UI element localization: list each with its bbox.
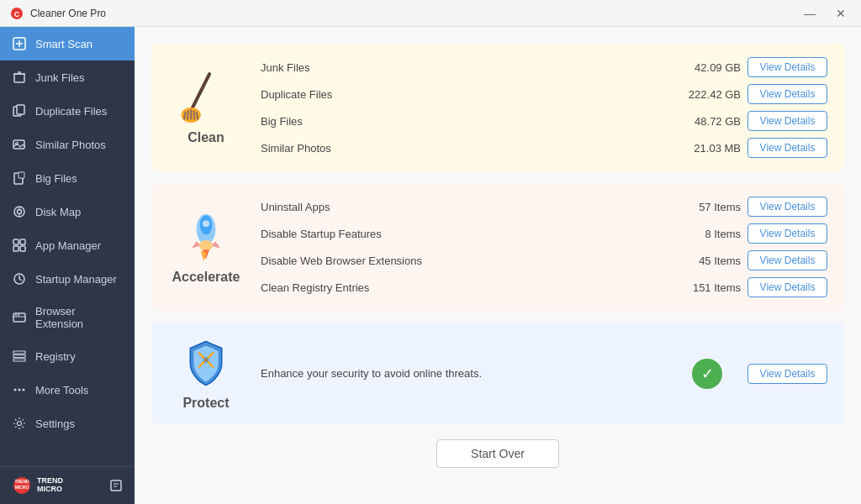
title-bar: C Cleaner One Pro — ✕ xyxy=(0,0,861,27)
browser-extension-icon xyxy=(12,310,27,325)
close-button[interactable]: ✕ xyxy=(831,5,851,22)
app-icon: C xyxy=(10,7,24,20)
view-details-button[interactable]: View Details xyxy=(747,138,827,158)
svg-line-49 xyxy=(193,110,194,119)
table-row: Big Files 48.72 GB View Details xyxy=(261,111,827,131)
sidebar-item-similar-photos[interactable]: Similar Photos xyxy=(0,128,135,161)
smart-scan-icon xyxy=(12,36,27,51)
main-content: Clean Junk Files 42.09 GB View Details D… xyxy=(135,27,861,504)
sidebar-item-big-files[interactable]: Big Files xyxy=(0,161,135,195)
view-details-button[interactable]: View Details xyxy=(747,57,827,77)
view-details-button[interactable]: View Details xyxy=(747,84,827,104)
table-row: Similar Photos 21.03 MB View Details xyxy=(261,138,827,158)
settings-icon xyxy=(12,416,27,431)
svg-point-34 xyxy=(14,389,17,391)
svg-rect-26 xyxy=(13,313,25,322)
svg-point-35 xyxy=(23,389,25,391)
sidebar-item-junk-files[interactable]: Junk Files xyxy=(0,60,135,94)
sidebar-label-disk-map: Disk Map xyxy=(35,206,81,218)
svg-rect-22 xyxy=(20,246,25,251)
more-tools-icon xyxy=(12,382,27,397)
svg-point-61 xyxy=(203,357,209,363)
row-value: 45 Items xyxy=(665,255,741,267)
svg-rect-40 xyxy=(111,480,121,491)
sidebar-item-more-tools[interactable]: More Tools xyxy=(0,373,135,407)
row-name: Junk Files xyxy=(261,61,658,74)
view-details-button[interactable]: View Details xyxy=(747,223,827,244)
accelerate-icon-label: Accelerate xyxy=(168,210,244,285)
trend-micro-logo: TREND MICRO TREND MICRO xyxy=(12,475,63,496)
row-value: 222.42 GB xyxy=(665,88,741,101)
disk-map-icon xyxy=(12,204,27,219)
accelerate-label: Accelerate xyxy=(172,270,240,285)
app-body: Smart Scan Junk Files Duplicate Files xyxy=(0,27,861,504)
protect-icon-label: Protect xyxy=(168,336,244,411)
sidebar-item-browser-extension[interactable]: Browser Extension xyxy=(0,296,135,339)
svg-line-43 xyxy=(193,74,209,108)
accelerate-rows: Uninstall Apps 57 Items View Details Dis… xyxy=(261,197,827,297)
protect-message: Enhance your security to avoid online th… xyxy=(261,367,675,380)
svg-point-36 xyxy=(18,422,22,426)
sidebar-item-smart-scan[interactable]: Smart Scan xyxy=(0,27,135,60)
view-details-button[interactable]: View Details xyxy=(747,197,827,217)
svg-line-25 xyxy=(19,279,22,281)
sidebar-label-smart-scan: Smart Scan xyxy=(35,38,92,50)
sidebar-bottom: TREND MICRO TREND MICRO xyxy=(0,466,135,504)
sidebar-label-more-tools: More Tools xyxy=(35,384,88,396)
row-name: Big Files xyxy=(261,115,658,128)
sidebar-item-duplicate-files[interactable]: Duplicate Files xyxy=(0,94,135,128)
view-details-button[interactable]: View Details xyxy=(747,111,827,131)
svg-text:TREND: TREND xyxy=(14,479,29,484)
row-value: 42.09 GB xyxy=(665,61,741,74)
protect-view-details-button[interactable]: View Details xyxy=(747,364,827,384)
row-name: Similar Photos xyxy=(261,142,658,155)
sidebar-item-settings[interactable]: Settings xyxy=(0,407,135,440)
sidebar-label-big-files: Big Files xyxy=(35,172,77,185)
row-name: Disable Web Browser Extensions xyxy=(261,255,658,267)
row-value: 21.03 MB xyxy=(665,142,741,155)
view-details-button[interactable]: View Details xyxy=(747,250,827,270)
start-over-button[interactable]: Start Over xyxy=(436,439,559,468)
view-details-button[interactable]: View Details xyxy=(747,277,827,297)
clean-rows: Junk Files 42.09 GB View Details Duplica… xyxy=(261,57,827,158)
big-files-icon xyxy=(12,171,27,186)
row-value: 57 Items xyxy=(665,201,741,213)
clean-card: Clean Junk Files 42.09 GB View Details D… xyxy=(151,44,844,171)
sidebar-note-icon[interactable] xyxy=(109,479,123,492)
app-title: Cleaner One Pro xyxy=(30,8,799,19)
sidebar: Smart Scan Junk Files Duplicate Files xyxy=(0,27,135,504)
sidebar-item-startup-manager[interactable]: Startup Manager xyxy=(0,262,135,296)
sidebar-label-settings: Settings xyxy=(35,417,75,430)
duplicate-files-icon xyxy=(12,103,27,118)
row-name: Clean Registry Entries xyxy=(261,281,658,294)
svg-rect-9 xyxy=(17,105,24,114)
clean-label: Clean xyxy=(188,130,224,145)
svg-rect-31 xyxy=(13,355,25,358)
svg-point-53 xyxy=(203,220,209,227)
sidebar-item-registry[interactable]: Registry xyxy=(0,339,135,373)
svg-line-47 xyxy=(188,110,188,119)
svg-point-29 xyxy=(18,314,19,316)
sidebar-label-registry: Registry xyxy=(35,350,76,363)
svg-rect-5 xyxy=(14,74,24,82)
svg-rect-14 xyxy=(18,172,24,178)
clean-icon-label: Clean xyxy=(168,71,244,145)
row-name: Uninstall Apps xyxy=(261,201,658,213)
sidebar-label-similar-photos: Similar Photos xyxy=(35,139,106,151)
row-value: 151 Items xyxy=(665,281,741,294)
sidebar-label-browser-extension: Browser Extension xyxy=(35,305,123,330)
app-manager-icon xyxy=(12,238,27,253)
minimize-button[interactable]: — xyxy=(799,5,821,22)
sidebar-item-disk-map[interactable]: Disk Map xyxy=(0,195,135,228)
similar-photos-icon xyxy=(12,137,27,152)
row-name: Disable Startup Features xyxy=(261,228,658,240)
junk-files-icon xyxy=(12,70,27,85)
sidebar-item-app-manager[interactable]: App Manager xyxy=(0,228,135,262)
svg-text:MICRO: MICRO xyxy=(15,485,29,490)
protect-card: Protect Enhance your security to avoid o… xyxy=(151,323,844,424)
row-value: 8 Items xyxy=(665,228,741,240)
sidebar-label-duplicate-files: Duplicate Files xyxy=(35,105,107,118)
startup-manager-icon xyxy=(12,271,27,286)
svg-text:C: C xyxy=(14,10,20,18)
table-row: Duplicate Files 222.42 GB View Details xyxy=(261,84,827,104)
